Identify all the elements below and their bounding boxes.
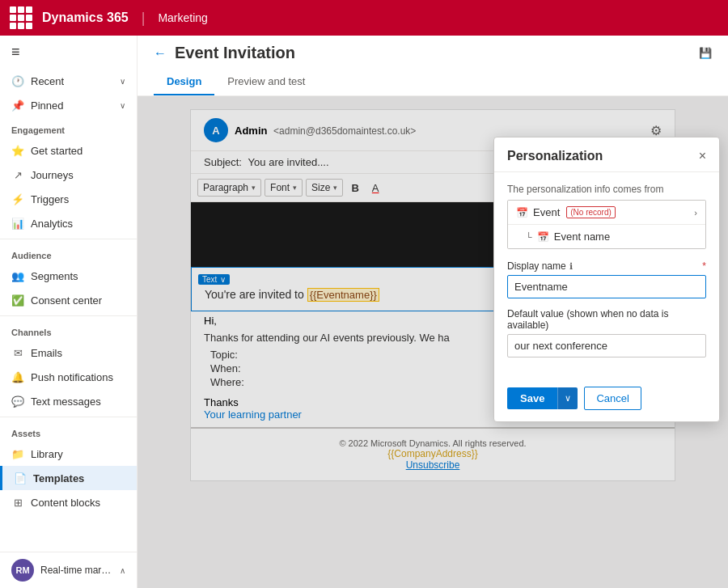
modal-footer: Save ∨ Cancel [494,379,719,421]
source-tree: 📅 Event (No record) › └ 📅 Event name [507,200,706,249]
sidebar-item-journeys[interactable]: ↗ Journeys [0,163,137,187]
email-icon: ✉ [11,346,24,359]
sidebar-item-pinned[interactable]: 📌 Pinned ∨ [0,93,137,117]
sidebar-label-pinned: Pinned [31,99,63,112]
sidebar: ≡ 🕐 Recent ∨ 📌 Pinned ∨ Engagement ⭐ Get… [0,36,138,588]
source-tree-parent[interactable]: 📅 Event (No record) › [508,201,705,224]
modal-overlay: Personalization × The personalization in… [138,96,728,588]
cancel-button[interactable]: Cancel [584,387,641,410]
app-grid-icon[interactable] [10,6,32,29]
library-icon: 📁 [11,447,24,460]
required-marker: * [702,260,706,272]
profile-section[interactable]: RM Real-time marketi... ∧ [0,552,137,588]
modal-close-button[interactable]: × [699,149,706,163]
save-button[interactable]: Save [507,387,557,409]
header-right: 💾 [699,47,712,59]
assets-group-label: Assets [0,421,137,442]
no-record-badge: (No record) [566,206,616,218]
sidebar-label-get-started: Get started [31,145,83,157]
content-blocks-icon: ⊞ [11,496,24,509]
source-tree-child[interactable]: └ 📅 Event name [508,224,705,248]
sidebar-label-content-blocks: Content blocks [31,497,100,509]
main-content: ← Event Invitation 💾 Design Preview and … [138,36,728,588]
sidebar-label-consent: Consent center [31,294,102,307]
personalization-modal: Personalization × The personalization in… [493,137,720,422]
sidebar-label-push: Push notifications [31,371,113,383]
sidebar-label-journeys: Journeys [31,169,74,181]
tab-design[interactable]: Design [154,69,214,95]
recent-icon: 🕐 [11,74,24,87]
get-started-icon: ⭐ [11,144,24,157]
segments-icon: 👥 [11,269,24,282]
main-layout: ≡ 🕐 Recent ∨ 📌 Pinned ∨ Engagement ⭐ Get… [0,36,728,588]
sidebar-divider-3 [0,417,137,417]
back-button[interactable]: ← [154,46,167,61]
tab-preview[interactable]: Preview and test [214,69,318,95]
sidebar-divider-1 [0,239,137,239]
consent-icon: ✅ [11,294,24,307]
sidebar-label-emails: Emails [31,347,62,359]
sidebar-item-segments[interactable]: 👥 Segments [0,264,137,288]
journeys-icon: ↗ [11,168,24,181]
save-caret-button[interactable]: ∨ [557,387,578,409]
source-tree-chevron: › [694,208,697,218]
page-header: ← Event Invitation 💾 Design Preview and … [138,36,728,96]
sidebar-item-push-notifications[interactable]: 🔔 Push notifications [0,365,137,389]
display-name-input[interactable] [507,275,706,298]
source-child-label: Event name [554,231,610,243]
sidebar-item-content-blocks[interactable]: ⊞ Content blocks [0,490,137,514]
source-parent-icon: 📅 [516,207,528,218]
pin-icon: 📌 [11,99,24,112]
push-icon: 🔔 [11,370,24,383]
sidebar-item-text-messages[interactable]: 💬 Text messages [0,389,137,413]
sidebar-label-templates: Templates [33,472,84,484]
sidebar-label-library: Library [31,448,63,460]
modal-title: Personalization [507,149,603,163]
sidebar-item-analytics[interactable]: 📊 Analytics [0,211,137,235]
sidebar-label-analytics: Analytics [31,218,73,230]
templates-icon: 📄 [14,472,27,484]
triggers-icon: ⚡ [11,192,24,205]
sidebar-divider-2 [0,315,137,316]
sidebar-item-emails[interactable]: ✉ Emails [0,341,137,365]
sidebar-label-text: Text messages [31,396,101,408]
default-value-label: Default value (shown when no data is ava… [507,308,706,331]
page-title: Event Invitation [175,44,295,62]
modal-header: Personalization × [494,137,719,172]
top-bar-separator: | [142,10,146,27]
profile-avatar: RM [11,559,34,582]
tree-child-indent: └ [526,232,532,242]
engagement-group-label: Engagement [0,117,137,138]
save-button-group: Save ∨ [507,387,578,409]
audience-group-label: Audience [0,243,137,264]
sidebar-item-consent-center[interactable]: ✅ Consent center [0,288,137,312]
modal-body: The personalization info comes from 📅 Ev… [494,172,719,379]
display-name-info-icon: ℹ [569,261,573,272]
profile-chevron: ∧ [120,566,125,575]
channels-group-label: Channels [0,319,137,341]
pinned-chevron: ∨ [120,101,125,110]
analytics-icon: 📊 [11,217,24,230]
source-label: The personalization info comes from [507,184,706,195]
source-child-icon: 📅 [537,231,549,243]
source-parent-label: Event [533,206,560,218]
sidebar-item-templates[interactable]: 📄 Templates [0,466,137,490]
app-name: Dynamics 365 [42,11,129,25]
default-value-group: Default value (shown when no data is ava… [507,308,706,357]
display-name-label: Display name ℹ * [507,260,706,272]
profile-label: Real-time marketi... [40,565,113,576]
sidebar-item-triggers[interactable]: ⚡ Triggers [0,187,137,211]
module-name: Marketing [158,11,207,24]
sidebar-label-segments: Segments [31,270,78,282]
hamburger-menu[interactable]: ≡ [0,36,137,69]
sidebar-item-get-started[interactable]: ⭐ Get started [0,138,137,163]
recent-chevron: ∨ [120,77,125,86]
sidebar-label-triggers: Triggers [31,193,69,205]
save-view-icon[interactable]: 💾 [699,47,712,59]
display-name-group: Display name ℹ * [507,260,706,298]
editor-area: A Admin <admin@d365domaintest.co.uk> ⚙ S… [138,96,728,588]
sidebar-item-recent[interactable]: 🕐 Recent ∨ [0,69,137,93]
default-value-input[interactable] [507,334,706,357]
sidebar-item-library[interactable]: 📁 Library [0,442,137,466]
text-messages-icon: 💬 [11,395,24,408]
